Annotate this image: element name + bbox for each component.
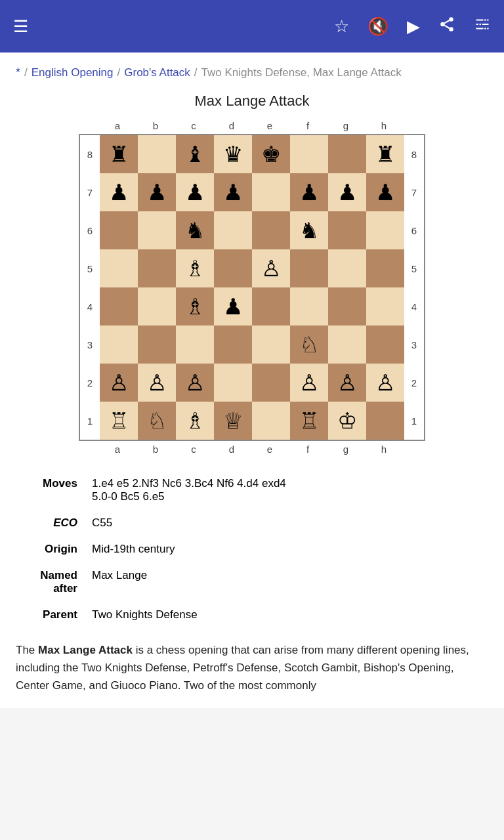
- e8[interactable]: ♚: [252, 135, 290, 173]
- f7[interactable]: ♟: [290, 173, 328, 211]
- a6[interactable]: [100, 211, 138, 249]
- file-h-top: h: [365, 117, 403, 134]
- a1[interactable]: ♖: [100, 402, 138, 440]
- options-icon[interactable]: [474, 16, 491, 37]
- f5[interactable]: [290, 249, 328, 287]
- b3[interactable]: [138, 326, 176, 364]
- g3[interactable]: [328, 326, 366, 364]
- file-e-bottom: e: [251, 441, 289, 457]
- d7[interactable]: ♟: [214, 173, 252, 211]
- breadcrumb-link-grob[interactable]: Grob's Attack: [124, 66, 190, 79]
- h2[interactable]: ♙: [366, 364, 404, 402]
- e1[interactable]: [252, 402, 290, 440]
- h7[interactable]: ♟: [366, 173, 404, 211]
- e6[interactable]: [252, 211, 290, 249]
- e3[interactable]: [252, 326, 290, 364]
- svg-point-1: [440, 22, 445, 26]
- h4[interactable]: [366, 287, 404, 326]
- f6[interactable]: ♞: [290, 211, 328, 249]
- rank-8-row: 8 ♜ ♝ ♛ ♚ ♜ 8: [80, 135, 424, 173]
- c7[interactable]: ♟: [176, 173, 214, 211]
- a2[interactable]: ♙: [100, 364, 138, 402]
- d3[interactable]: [214, 326, 252, 364]
- h1[interactable]: [366, 402, 404, 440]
- c6[interactable]: ♞: [176, 211, 214, 249]
- breadcrumb: * / English Opening / Grob's Attack / Tw…: [16, 66, 488, 79]
- d8[interactable]: ♛: [214, 135, 252, 173]
- b2[interactable]: ♙: [138, 364, 176, 402]
- file-h-bottom: h: [365, 441, 403, 457]
- b1[interactable]: ♘: [138, 402, 176, 440]
- d4[interactable]: ♟: [214, 287, 252, 326]
- f4[interactable]: [290, 287, 328, 326]
- h6[interactable]: [366, 211, 404, 249]
- g7[interactable]: ♟: [328, 173, 366, 211]
- g2[interactable]: ♙: [328, 364, 366, 402]
- g1[interactable]: ♔: [328, 402, 366, 440]
- f2[interactable]: ♙: [290, 364, 328, 402]
- a8[interactable]: ♜: [100, 135, 138, 173]
- star-icon[interactable]: ☆: [334, 16, 349, 37]
- a7[interactable]: ♟: [100, 173, 138, 211]
- f1[interactable]: ♖: [290, 402, 328, 440]
- rank-4-label-left: 4: [80, 301, 100, 312]
- b8[interactable]: [138, 135, 176, 173]
- rank-6-label-left: 6: [80, 225, 100, 236]
- file-f-top: f: [289, 117, 327, 134]
- f8[interactable]: [290, 135, 328, 173]
- board-title: Max Lange Attack: [16, 93, 488, 110]
- f3[interactable]: ♘: [290, 326, 328, 364]
- g5[interactable]: [328, 249, 366, 287]
- file-e-top: e: [251, 117, 289, 134]
- b7[interactable]: ♟: [138, 173, 176, 211]
- d5[interactable]: [214, 249, 252, 287]
- d1[interactable]: ♕: [214, 402, 252, 440]
- breadcrumb-link-english[interactable]: English Opening: [32, 66, 114, 79]
- named-label: Named after: [16, 562, 88, 602]
- b4[interactable]: [138, 287, 176, 326]
- breadcrumb-star[interactable]: *: [16, 66, 20, 79]
- rank-2-label-right: 2: [404, 377, 424, 388]
- h8[interactable]: ♜: [366, 135, 404, 173]
- rank-3-row: 3 ♘ 3: [80, 326, 424, 364]
- chess-board-container: a b c d e f g h 8 ♜ ♝ ♛ ♚: [16, 117, 488, 457]
- c5[interactable]: ♗: [176, 249, 214, 287]
- g4[interactable]: [328, 287, 366, 326]
- mute-icon[interactable]: 🔇: [368, 16, 388, 37]
- a4[interactable]: [100, 287, 138, 326]
- e2[interactable]: [252, 364, 290, 402]
- named-value: Max Lange: [88, 562, 488, 602]
- c1[interactable]: ♗: [176, 402, 214, 440]
- g8[interactable]: [328, 135, 366, 173]
- e7[interactable]: [252, 173, 290, 211]
- named-after-row: Named after Max Lange: [16, 562, 488, 602]
- a5[interactable]: [100, 249, 138, 287]
- c3[interactable]: [176, 326, 214, 364]
- c2[interactable]: ♙: [176, 364, 214, 402]
- h3[interactable]: [366, 326, 404, 364]
- file-d-top: d: [213, 117, 251, 134]
- board-squares: 8 ♜ ♝ ♛ ♚ ♜ 8 7 ♟ ♟ ♟ ♟: [79, 134, 425, 441]
- d6[interactable]: [214, 211, 252, 249]
- rank-1-row: 1 ♖ ♘ ♗ ♕ ♖ ♔ 1: [80, 402, 424, 440]
- breadcrumb-sep-1: /: [24, 66, 28, 79]
- play-icon[interactable]: ▶: [407, 16, 420, 37]
- b5[interactable]: [138, 249, 176, 287]
- breadcrumb-sub: Two Knights Defense, Max Lange Attack: [201, 66, 402, 79]
- description-bold: Max Lange Attack: [38, 644, 133, 656]
- c8[interactable]: ♝: [176, 135, 214, 173]
- e4[interactable]: [252, 287, 290, 326]
- b6[interactable]: [138, 211, 176, 249]
- d2[interactable]: [214, 364, 252, 402]
- eco-label: ECO: [16, 510, 88, 536]
- svg-line-4: [444, 20, 449, 23]
- share-icon[interactable]: [438, 16, 455, 37]
- g6[interactable]: [328, 211, 366, 249]
- e5[interactable]: ♙: [252, 249, 290, 287]
- menu-icon[interactable]: ☰: [13, 16, 28, 37]
- h5[interactable]: [366, 249, 404, 287]
- c4[interactable]: ♗: [176, 287, 214, 326]
- file-a-bottom: a: [98, 441, 136, 457]
- a3[interactable]: [100, 326, 138, 364]
- rank-2-label-left: 2: [80, 377, 100, 388]
